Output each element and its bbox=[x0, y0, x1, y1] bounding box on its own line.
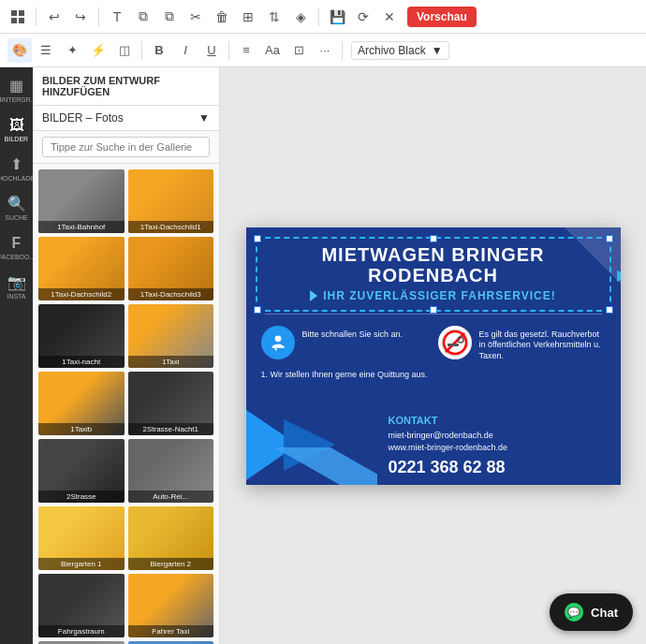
second-toolbar: 🎨 ☰ ✦ ⚡ ◫ B I U ≡ Aa ⊡ ··· Archivo Black… bbox=[0, 34, 646, 67]
font-dropdown-arrow: ▼ bbox=[432, 44, 443, 57]
sidebar-item-hintergrund[interactable]: ▦ Hintergr... bbox=[3, 71, 31, 109]
image-label: 1Taxi-nacht bbox=[38, 356, 125, 368]
subtitle-arrow-icon bbox=[310, 290, 317, 301]
image-label: 1Taxi-Bahnhof bbox=[38, 221, 125, 233]
sidebar-item-instagram[interactable]: 📷 Insta bbox=[3, 268, 31, 305]
chat-button[interactable]: 💬 Chat bbox=[550, 593, 633, 631]
paint-icon[interactable]: 🎨 bbox=[7, 38, 32, 63]
list-item[interactable]: 1Taxi-Dachschild2 bbox=[38, 237, 125, 300]
sidebar-item-bilder[interactable]: 🖼 Bilder bbox=[3, 110, 31, 148]
sidebar-item-hochlade[interactable]: ⬆ Hochlade bbox=[3, 150, 31, 187]
list-item[interactable]: Fahrgastraum bbox=[38, 574, 125, 637]
list-item[interactable]: 1Taxib bbox=[38, 372, 125, 435]
image-grid: 1Taxi-Bahnhof 1Taxi-Dachschild1 1Taxi-Da… bbox=[33, 164, 219, 644]
more-icon[interactable]: ··· bbox=[313, 38, 337, 63]
image-label: 2Strasse-Nacht1 bbox=[128, 423, 214, 435]
image-label: 1Taxi bbox=[128, 356, 214, 368]
panel-dropdown[interactable]: BILDER – Fotos ▼ bbox=[33, 106, 219, 131]
sep3 bbox=[318, 7, 319, 26]
image-label: Biergarten 2 bbox=[128, 558, 214, 570]
font-select[interactable]: Archivo Black ▼ bbox=[351, 41, 449, 60]
sidebar-item-facebook[interactable]: f Faceboo... bbox=[3, 228, 31, 266]
handle-bc bbox=[430, 306, 437, 314]
list-item[interactable]: Auto-Rei... bbox=[128, 439, 214, 503]
grid-icon[interactable] bbox=[6, 5, 30, 29]
close-icon[interactable]: ✕ bbox=[377, 5, 402, 29]
feature-text-2: Es gilt das gesetzl. Rauchverbot in öffe… bbox=[479, 326, 606, 362]
aspect-icon[interactable]: ⊡ bbox=[286, 38, 311, 63]
delete-icon[interactable]: 🗑 bbox=[210, 5, 234, 29]
refresh-icon[interactable]: ⟳ bbox=[351, 5, 375, 29]
image-panel: BILDER ZUM ENTWURF HINZUFÜGEN BILDER – F… bbox=[33, 67, 220, 644]
copy-icon[interactable]: ⧉ bbox=[157, 5, 182, 29]
design-title-line2: RODENBACH bbox=[265, 265, 602, 285]
image-label: 2Strasse bbox=[38, 490, 125, 503]
canvas-divider bbox=[265, 314, 602, 315]
bold-icon[interactable]: B bbox=[147, 38, 171, 63]
design-title-line1: MIETWAGEN BRINGER bbox=[265, 244, 602, 265]
chat-bubble-icon: 💬 bbox=[565, 603, 583, 622]
feature-item-1: Bitte schnallen Sie sich an. bbox=[261, 326, 429, 359]
st-sep2 bbox=[228, 41, 229, 60]
preview-button[interactable]: Vorschau bbox=[407, 7, 477, 27]
contact-title: KONTAKT bbox=[389, 415, 609, 426]
canvas-bottom: KONTAKT miet-bringer@rodenbach.de www.mi… bbox=[246, 405, 621, 485]
canvas-contact: KONTAKT miet-bringer@rodenbach.de www.mi… bbox=[377, 405, 621, 485]
contact-phone: 0221 368 62 88 bbox=[389, 458, 609, 477]
svg-rect-0 bbox=[11, 10, 17, 16]
search-box bbox=[33, 131, 219, 164]
sidebar-item-suche[interactable]: 🔍 Suche bbox=[3, 189, 31, 227]
search-input[interactable] bbox=[42, 137, 210, 157]
sidebar-label-hintergrund: Hintergr... bbox=[0, 96, 37, 103]
feature-item-2: Es gilt das gesetzl. Rauchverbot in öffe… bbox=[438, 326, 606, 362]
italic-icon[interactable]: I bbox=[173, 38, 198, 63]
sparkle-icon[interactable]: ✦ bbox=[60, 38, 84, 63]
feature-text-1: Bitte schnallen Sie sich an. bbox=[302, 326, 404, 341]
align-left-icon[interactable]: ☰ bbox=[34, 38, 58, 63]
save-icon[interactable]: 💾 bbox=[325, 5, 349, 29]
underline-icon[interactable]: U bbox=[199, 38, 224, 63]
list-item[interactable]: 1Taxi-Bahnhof bbox=[38, 169, 125, 233]
align-center-icon[interactable]: ≡ bbox=[234, 38, 258, 63]
image-label: 1Taxib bbox=[38, 423, 125, 435]
image-label: Fahrer Taxi bbox=[128, 625, 214, 637]
list-item[interactable]: 1Taxi bbox=[128, 304, 214, 368]
image-label: 1Taxi-Dachschild3 bbox=[128, 288, 214, 300]
left-sidebar: ▦ Hintergr... 🖼 Bilder ⬆ Hochlade 🔍 Such… bbox=[0, 67, 33, 644]
text-icon[interactable]: T bbox=[105, 5, 129, 29]
arrows-svg bbox=[246, 405, 377, 485]
design-note: 1. Wir stellen Ihnen gerne eine Quittung… bbox=[261, 370, 428, 379]
font-name: Archivo Black bbox=[358, 44, 426, 57]
eraser-icon[interactable]: ◫ bbox=[112, 38, 137, 63]
svg-rect-9 bbox=[448, 344, 459, 346]
layers-icon[interactable]: ⧉ bbox=[131, 5, 155, 29]
main-area: ▦ Hintergr... 🖼 Bilder ⬆ Hochlade 🔍 Such… bbox=[0, 67, 646, 644]
dropdown-arrow-icon: ▼ bbox=[198, 111, 210, 124]
sidebar-label-bilder: Bilder bbox=[5, 136, 28, 142]
list-item[interactable]: Biergarten 2 bbox=[128, 506, 214, 570]
list-item[interactable]: Biergarten 1 bbox=[38, 506, 125, 570]
lightning-icon[interactable]: ⚡ bbox=[86, 38, 110, 63]
contact-email: miet-bringer@rodenbach.de bbox=[389, 430, 609, 443]
svg-rect-3 bbox=[19, 18, 24, 23]
redo-icon[interactable]: ↪ bbox=[68, 5, 93, 29]
st-sep3 bbox=[342, 41, 343, 60]
flip-icon[interactable]: ⇅ bbox=[262, 5, 286, 29]
list-item[interactable]: 2Strasse-Nacht1 bbox=[128, 372, 214, 435]
handle-bl bbox=[254, 306, 261, 314]
font-size-icon[interactable]: Aa bbox=[260, 38, 285, 63]
person-icon bbox=[261, 326, 295, 359]
cut-icon[interactable]: ✂ bbox=[184, 5, 208, 29]
list-item[interactable]: 1Taxi-nacht bbox=[38, 304, 125, 368]
chat-label: Chat bbox=[591, 606, 618, 620]
list-item[interactable]: 1Taxi-Dachschild1 bbox=[128, 169, 214, 233]
design-canvas[interactable]: MIETWAGEN BRINGER RODENBACH IHR ZUVERLÄS… bbox=[246, 227, 621, 485]
stack-icon[interactable]: ◈ bbox=[288, 5, 313, 29]
list-item[interactable]: Fahrer Taxi bbox=[128, 574, 214, 637]
canvas-features: Bitte schnallen Sie sich an. bbox=[246, 322, 621, 366]
list-item[interactable]: 1Taxi-Dachschild3 bbox=[128, 237, 214, 300]
list-item[interactable]: 2Strasse bbox=[38, 439, 125, 503]
undo-icon[interactable]: ↩ bbox=[42, 5, 66, 29]
arrange-icon[interactable]: ⊞ bbox=[236, 5, 260, 29]
image-label: Biergarten 1 bbox=[38, 558, 125, 570]
